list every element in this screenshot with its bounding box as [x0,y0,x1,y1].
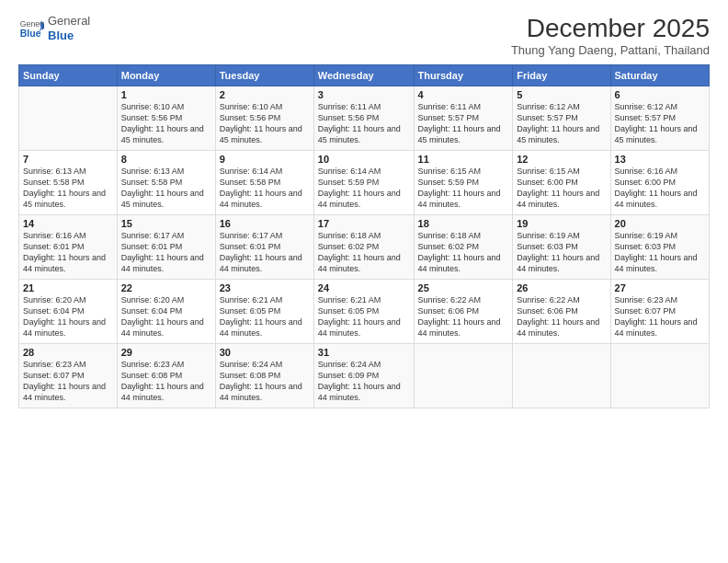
day-cell: 3Sunrise: 6:11 AM Sunset: 5:56 PM Daylig… [313,86,414,151]
day-cell: 31Sunrise: 6:24 AM Sunset: 6:09 PM Dayli… [313,344,414,408]
day-cell [610,344,709,408]
day-cell: 13Sunrise: 6:16 AM Sunset: 6:00 PM Dayli… [610,151,709,215]
day-number: 22 [121,282,211,293]
day-cell: 29Sunrise: 6:23 AM Sunset: 6:08 PM Dayli… [117,344,215,408]
week-row-4: 21Sunrise: 6:20 AM Sunset: 6:04 PM Dayli… [19,280,710,344]
day-cell: 5Sunrise: 6:12 AM Sunset: 5:57 PM Daylig… [513,86,610,151]
day-cell: 15Sunrise: 6:17 AM Sunset: 6:01 PM Dayli… [117,215,215,280]
day-cell: 21Sunrise: 6:20 AM Sunset: 6:04 PM Dayli… [19,280,118,344]
day-cell: 7Sunrise: 6:13 AM Sunset: 5:58 PM Daylig… [19,151,118,215]
day-number: 7 [23,154,113,165]
day-cell: 28Sunrise: 6:23 AM Sunset: 6:07 PM Dayli… [19,344,118,408]
column-header-thursday: Thursday [414,65,513,86]
month-year: December 2025 [511,14,710,43]
day-number: 10 [318,154,410,165]
day-number: 31 [318,347,410,358]
day-number: 29 [121,347,211,358]
day-number: 15 [121,218,211,229]
day-number: 1 [121,89,211,100]
day-number: 27 [615,282,705,293]
day-cell: 30Sunrise: 6:24 AM Sunset: 6:08 PM Dayli… [215,344,313,408]
day-info: Sunrise: 6:21 AM Sunset: 6:05 PM Dayligh… [220,294,310,339]
logo-icon: General Blue [18,16,44,41]
day-info: Sunrise: 6:17 AM Sunset: 6:01 PM Dayligh… [121,230,211,275]
day-info: Sunrise: 6:23 AM Sunset: 6:08 PM Dayligh… [121,359,211,404]
day-number: 26 [517,282,606,293]
week-row-5: 28Sunrise: 6:23 AM Sunset: 6:07 PM Dayli… [19,344,710,408]
day-number: 25 [418,282,509,293]
day-info: Sunrise: 6:13 AM Sunset: 5:58 PM Dayligh… [121,166,211,211]
day-cell: 23Sunrise: 6:21 AM Sunset: 6:05 PM Dayli… [215,280,313,344]
day-number: 30 [220,347,310,358]
week-row-2: 7Sunrise: 6:13 AM Sunset: 5:58 PM Daylig… [19,151,710,215]
day-cell: 24Sunrise: 6:21 AM Sunset: 6:05 PM Dayli… [313,280,414,344]
logo-general: General [48,14,90,29]
day-number: 21 [23,282,113,293]
day-info: Sunrise: 6:19 AM Sunset: 6:03 PM Dayligh… [615,230,705,275]
day-info: Sunrise: 6:15 AM Sunset: 6:00 PM Dayligh… [517,166,606,211]
day-number: 5 [517,89,606,100]
column-header-saturday: Saturday [610,65,709,86]
day-info: Sunrise: 6:10 AM Sunset: 5:56 PM Dayligh… [220,101,310,146]
calendar-table: SundayMondayTuesdayWednesdayThursdayFrid… [18,64,710,408]
day-cell: 11Sunrise: 6:15 AM Sunset: 5:59 PM Dayli… [414,151,513,215]
day-info: Sunrise: 6:11 AM Sunset: 5:57 PM Dayligh… [418,101,509,146]
week-row-1: 1Sunrise: 6:10 AM Sunset: 5:56 PM Daylig… [19,86,710,151]
day-number: 6 [615,89,705,100]
day-cell: 16Sunrise: 6:17 AM Sunset: 6:01 PM Dayli… [215,215,313,280]
day-cell: 25Sunrise: 6:22 AM Sunset: 6:06 PM Dayli… [414,280,513,344]
day-number: 24 [318,282,410,293]
logo: General Blue General Blue [18,14,90,42]
day-cell: 20Sunrise: 6:19 AM Sunset: 6:03 PM Dayli… [610,215,709,280]
day-info: Sunrise: 6:18 AM Sunset: 6:02 PM Dayligh… [318,230,410,275]
day-number: 18 [418,218,509,229]
day-info: Sunrise: 6:15 AM Sunset: 5:59 PM Dayligh… [418,166,509,211]
svg-text:Blue: Blue [20,27,41,38]
day-cell: 18Sunrise: 6:18 AM Sunset: 6:02 PM Dayli… [414,215,513,280]
location: Thung Yang Daeng, Pattani, Thailand [511,43,710,57]
day-cell [513,344,610,408]
day-cell: 2Sunrise: 6:10 AM Sunset: 5:56 PM Daylig… [215,86,313,151]
column-header-wednesday: Wednesday [313,65,414,86]
day-number: 12 [517,154,606,165]
day-cell: 22Sunrise: 6:20 AM Sunset: 6:04 PM Dayli… [117,280,215,344]
day-number: 19 [517,218,606,229]
day-info: Sunrise: 6:16 AM Sunset: 6:01 PM Dayligh… [23,230,113,275]
day-number: 17 [318,218,410,229]
page: General Blue General Blue December 2025 … [0,0,728,563]
day-number: 28 [23,347,113,358]
day-info: Sunrise: 6:21 AM Sunset: 6:05 PM Dayligh… [318,294,410,339]
day-cell: 17Sunrise: 6:18 AM Sunset: 6:02 PM Dayli… [313,215,414,280]
day-info: Sunrise: 6:12 AM Sunset: 5:57 PM Dayligh… [517,101,606,146]
day-info: Sunrise: 6:24 AM Sunset: 6:08 PM Dayligh… [220,359,310,404]
logo-blue: Blue [48,29,90,43]
day-info: Sunrise: 6:16 AM Sunset: 6:00 PM Dayligh… [615,166,705,211]
header: General Blue General Blue December 2025 … [18,14,710,57]
day-cell [19,86,118,151]
day-info: Sunrise: 6:10 AM Sunset: 5:56 PM Dayligh… [121,101,211,146]
day-cell: 12Sunrise: 6:15 AM Sunset: 6:00 PM Dayli… [513,151,610,215]
day-info: Sunrise: 6:23 AM Sunset: 6:07 PM Dayligh… [23,359,113,404]
day-info: Sunrise: 6:14 AM Sunset: 5:58 PM Dayligh… [220,166,310,211]
header-row: SundayMondayTuesdayWednesdayThursdayFrid… [19,65,710,86]
day-cell: 9Sunrise: 6:14 AM Sunset: 5:58 PM Daylig… [215,151,313,215]
day-number: 20 [615,218,705,229]
day-info: Sunrise: 6:17 AM Sunset: 6:01 PM Dayligh… [220,230,310,275]
column-header-tuesday: Tuesday [215,65,313,86]
day-number: 13 [615,154,705,165]
day-info: Sunrise: 6:11 AM Sunset: 5:56 PM Dayligh… [318,101,410,146]
day-number: 16 [220,218,310,229]
day-number: 3 [318,89,410,100]
day-info: Sunrise: 6:19 AM Sunset: 6:03 PM Dayligh… [517,230,606,275]
day-info: Sunrise: 6:13 AM Sunset: 5:58 PM Dayligh… [23,166,113,211]
day-cell: 4Sunrise: 6:11 AM Sunset: 5:57 PM Daylig… [414,86,513,151]
day-cell: 10Sunrise: 6:14 AM Sunset: 5:59 PM Dayli… [313,151,414,215]
day-number: 4 [418,89,509,100]
day-info: Sunrise: 6:14 AM Sunset: 5:59 PM Dayligh… [318,166,410,211]
day-info: Sunrise: 6:20 AM Sunset: 6:04 PM Dayligh… [23,294,113,339]
day-info: Sunrise: 6:24 AM Sunset: 6:09 PM Dayligh… [318,359,410,404]
title-block: December 2025 Thung Yang Daeng, Pattani,… [511,14,710,57]
logo-text: General Blue [48,14,90,42]
day-cell: 26Sunrise: 6:22 AM Sunset: 6:06 PM Dayli… [513,280,610,344]
day-cell [414,344,513,408]
